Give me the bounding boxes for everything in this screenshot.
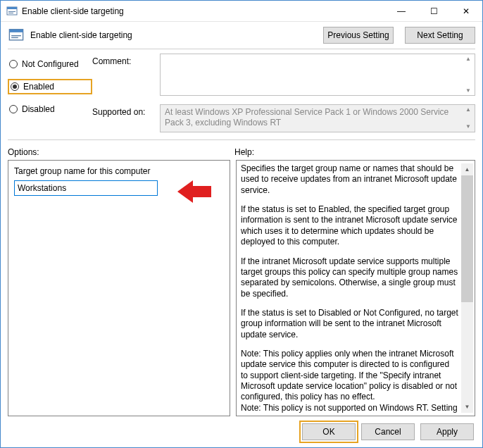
radio-disabled[interactable]: Disabled [8, 103, 92, 116]
panels: Target group name for this computer Spec… [1, 160, 482, 416]
scroll-up-icon: ▲ [463, 106, 473, 113]
policy-icon [8, 27, 25, 44]
state-radios: Not Configured Enabled Disabled [8, 54, 92, 132]
cancel-button[interactable]: Cancel [361, 423, 415, 440]
section-labels: Options: Help: [1, 140, 482, 160]
apply-button[interactable]: Apply [420, 423, 474, 440]
supported-text: At least Windows XP Professional Service… [165, 107, 448, 127]
supported-label: Supported on: [92, 104, 154, 117]
right-column: Comment: ▲ ▼ Supported on: At least Wind… [92, 54, 475, 132]
scroll-down-button[interactable]: ▼ [461, 401, 473, 413]
close-button[interactable]: ✕ [450, 1, 482, 21]
supported-textbox: At least Windows XP Professional Service… [160, 104, 475, 132]
options-label: Options: [8, 147, 234, 157]
svg-rect-5 [9, 30, 23, 32]
target-group-label: Target group name for this computer [14, 166, 224, 176]
help-paragraph: Note: This policy applies only when the … [241, 349, 458, 403]
radio-label: Not Configured [22, 59, 79, 69]
ok-button[interactable]: OK [302, 423, 356, 440]
scroll-up-icon: ▲ [463, 56, 473, 62]
scroll-down-icon: ▼ [463, 123, 473, 130]
help-paragraph: If the intranet Microsoft update service… [241, 256, 458, 299]
settings-row: Not Configured Enabled Disabled Comment:… [1, 49, 482, 132]
target-group-input[interactable] [14, 180, 158, 196]
help-panel: Specifies the target group name or names… [236, 160, 475, 416]
window-title: Enable client-side targeting [22, 6, 385, 16]
radio-icon [11, 82, 19, 91]
svg-rect-3 [8, 13, 13, 13]
window-buttons: — ☐ ✕ [385, 1, 482, 21]
scrollbar[interactable]: ▲ ▼ [461, 163, 473, 413]
dialog-header: Enable client-side targeting Previous Se… [1, 22, 482, 49]
scroll-thumb[interactable] [461, 175, 473, 302]
dialog-title: Enable client-side targeting [30, 30, 312, 40]
svg-rect-1 [7, 7, 17, 9]
radio-label: Disabled [22, 104, 55, 114]
comment-label: Comment: [92, 54, 154, 66]
options-panel: Target group name for this computer [8, 160, 230, 416]
title-bar: Enable client-side targeting — ☐ ✕ [1, 1, 482, 22]
help-label: Help: [234, 147, 254, 157]
scroll-up-button[interactable]: ▲ [461, 163, 473, 175]
comment-textarea[interactable]: ▲ ▼ [160, 54, 475, 96]
dialog-footer: OK Cancel Apply [1, 416, 482, 447]
policy-icon [6, 6, 18, 17]
comment-row: Comment: ▲ ▼ [92, 54, 475, 96]
previous-setting-button[interactable]: Previous Setting [323, 27, 394, 44]
help-paragraph: If the status is set to Enabled, the spe… [241, 204, 458, 247]
svg-rect-2 [8, 11, 15, 12]
dialog-window: Enable client-side targeting — ☐ ✕ Enabl… [0, 0, 483, 448]
maximize-button[interactable]: ☐ [418, 1, 450, 21]
help-paragraph: If the status is set to Disabled or Not … [241, 308, 458, 340]
next-setting-button[interactable]: Next Setting [405, 27, 475, 44]
radio-enabled[interactable]: Enabled [8, 79, 92, 94]
radio-icon [9, 60, 18, 68]
help-paragraph: Note: This policy is not supported on Wi… [241, 403, 458, 413]
help-paragraph: Specifies the target group name or names… [241, 163, 458, 196]
svg-rect-6 [11, 35, 21, 36]
svg-rect-7 [11, 37, 18, 38]
minimize-button[interactable]: — [385, 1, 418, 21]
radio-label: Enabled [23, 82, 54, 92]
help-text: Specifies the target group name or names… [241, 163, 461, 413]
annotation-arrow [177, 180, 211, 203]
radio-icon [9, 105, 18, 113]
supported-row: Supported on: At least Windows XP Profes… [92, 104, 475, 132]
radio-not-configured[interactable]: Not Configured [8, 58, 92, 70]
scroll-down-icon: ▼ [463, 87, 473, 94]
